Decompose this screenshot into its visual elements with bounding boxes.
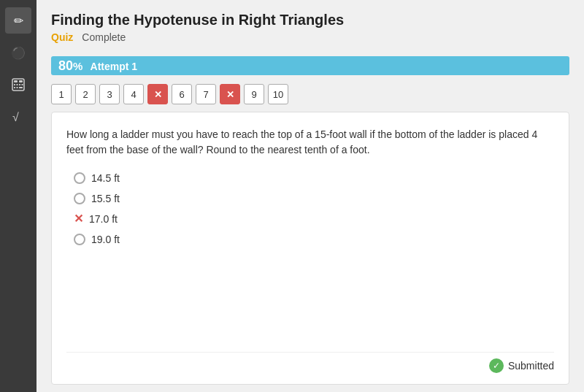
sidebar: ✏ ⚫ √ bbox=[0, 0, 36, 392]
submitted-label: Submitted bbox=[508, 360, 554, 372]
q-num-2[interactable]: 2 bbox=[75, 84, 96, 104]
q-num-3[interactable]: 3 bbox=[99, 84, 120, 104]
svg-rect-7 bbox=[14, 87, 15, 88]
q-num-9[interactable]: 9 bbox=[244, 84, 264, 104]
q-num-5[interactable]: ✕ bbox=[147, 84, 168, 104]
wrong-x-icon: ✕ bbox=[74, 213, 83, 225]
progress-bar: 80% Attempt 1 bbox=[51, 56, 569, 75]
question-nav: 1 2 3 4 ✕ 6 7 ✕ 9 10 bbox=[51, 84, 569, 104]
option-4-label: 19.0 ft bbox=[91, 234, 120, 245]
quiz-footer: ✓ Submitted bbox=[66, 352, 554, 373]
svg-rect-4 bbox=[17, 84, 18, 85]
question-text: How long a ladder must you have to reach… bbox=[66, 127, 554, 158]
progress-percent: 80 bbox=[58, 58, 73, 73]
option-3-label: 17.0 ft bbox=[89, 213, 118, 225]
check-circle-icon: ✓ bbox=[489, 358, 504, 373]
svg-rect-3 bbox=[14, 84, 15, 85]
radio-4[interactable] bbox=[74, 234, 85, 245]
radio-1[interactable] bbox=[74, 172, 85, 184]
quiz-content: How long a ladder must you have to reach… bbox=[51, 112, 569, 385]
quiz-label: Quiz bbox=[51, 31, 73, 43]
svg-rect-9 bbox=[19, 87, 23, 88]
q-num-7[interactable]: 7 bbox=[196, 84, 216, 104]
formula-icon[interactable]: √ bbox=[5, 104, 31, 130]
option-4[interactable]: 19.0 ft bbox=[74, 234, 554, 245]
progress-attempt: Attempt 1 bbox=[91, 61, 138, 72]
option-1-label: 14.5 ft bbox=[91, 172, 120, 184]
q-num-4[interactable]: 4 bbox=[123, 84, 144, 104]
submitted-badge: ✓ Submitted bbox=[489, 358, 554, 373]
complete-label: Complete bbox=[82, 31, 126, 43]
calculator-icon[interactable] bbox=[5, 72, 31, 98]
radio-2[interactable] bbox=[74, 193, 85, 204]
option-2-label: 15.5 ft bbox=[91, 193, 120, 204]
svg-rect-8 bbox=[17, 87, 18, 88]
svg-text:√: √ bbox=[12, 111, 19, 123]
q-num-8[interactable]: ✕ bbox=[220, 84, 240, 104]
percent-symbol: % bbox=[73, 60, 82, 72]
q-num-1[interactable]: 1 bbox=[51, 84, 72, 104]
option-1[interactable]: 14.5 ft bbox=[74, 172, 554, 184]
q-num-6[interactable]: 6 bbox=[172, 84, 192, 104]
answer-options: 14.5 ft 15.5 ft ✕ 17.0 ft 19.0 ft bbox=[74, 172, 554, 245]
option-3[interactable]: ✕ 17.0 ft bbox=[74, 213, 554, 225]
page-title: Finding the Hypotenuse in Right Triangle… bbox=[51, 12, 569, 28]
headphone-icon[interactable]: ⚫ bbox=[5, 39, 31, 66]
progress-label: 80% Attempt 1 bbox=[58, 58, 137, 74]
meta-row: Quiz Complete bbox=[51, 31, 569, 43]
option-2[interactable]: 15.5 ft bbox=[74, 193, 554, 204]
pencil-icon[interactable]: ✏ bbox=[5, 7, 31, 34]
svg-rect-5 bbox=[19, 84, 20, 85]
q-num-10[interactable]: 10 bbox=[268, 84, 288, 104]
header: Finding the Hypotenuse in Right Triangle… bbox=[51, 12, 569, 50]
svg-rect-6 bbox=[22, 84, 23, 85]
svg-rect-1 bbox=[14, 80, 18, 82]
main-content: Finding the Hypotenuse in Right Triangle… bbox=[36, 0, 584, 392]
svg-rect-2 bbox=[19, 80, 23, 82]
